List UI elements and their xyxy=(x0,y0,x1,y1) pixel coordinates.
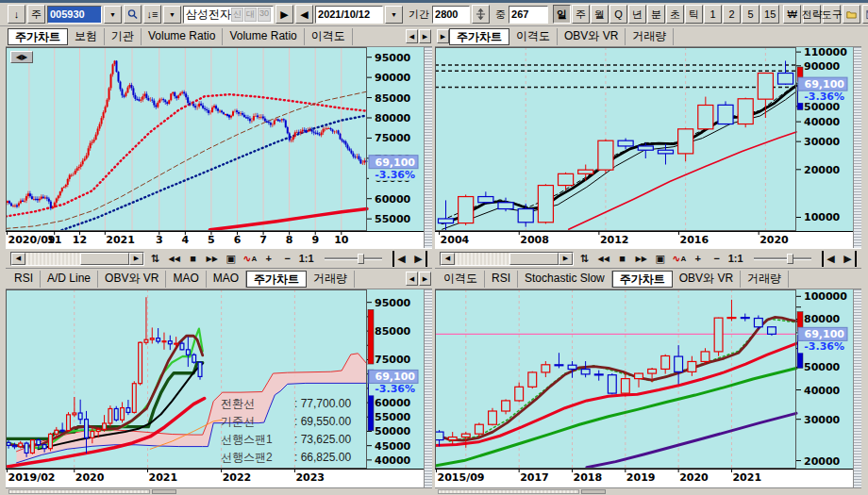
strategy-button[interactable]: 전략 xyxy=(803,5,821,24)
tab-scroll-right-button[interactable]: ▶ xyxy=(437,29,449,43)
open-folder-icon[interactable] xyxy=(843,5,860,24)
tab-이격도[interactable]: 이격도 xyxy=(437,271,485,288)
period-button-일[interactable]: 일 xyxy=(553,5,571,24)
chart-hscrollbar[interactable]: ◀▶ xyxy=(10,252,144,266)
trendline-icon[interactable]: ∿A xyxy=(671,251,687,267)
link-down-button[interactable]: ↓ xyxy=(8,5,25,24)
jump-to-start-button[interactable]: ◀ xyxy=(392,251,409,267)
period-button-Q[interactable]: Q xyxy=(609,5,627,24)
tab-obv와-vr[interactable]: OBV와 VR xyxy=(673,271,741,288)
chart-hscrollbar[interactable]: ◀▶ xyxy=(440,252,574,266)
price-axis-scrollbar[interactable] xyxy=(853,289,861,487)
scrollbar-thumb[interactable] xyxy=(509,253,559,265)
period-button-주[interactable]: 주 xyxy=(572,5,590,24)
period-button-1[interactable]: 1 xyxy=(704,5,722,24)
ratio-1to1-button[interactable]: 1:1 xyxy=(727,251,743,267)
period-button-분[interactable]: 분 xyxy=(647,5,665,24)
daily-price-chart[interactable]: 9500090000850008000075000700006500060000… xyxy=(6,47,424,248)
zoom-in-button[interactable]: + xyxy=(690,251,706,267)
tab-obv와-vr[interactable]: OBV와 VR xyxy=(98,271,166,288)
recent-list-dropdown-arrow[interactable]: ▼ xyxy=(163,6,181,24)
tab-기관[interactable]: 기관 xyxy=(105,28,142,45)
bottom-scrollbar-strip[interactable] xyxy=(435,487,861,495)
zoom-slider[interactable] xyxy=(325,257,382,260)
fast-rewind-button[interactable]: ◀◀ xyxy=(166,251,182,267)
period-button-월[interactable]: 월 xyxy=(591,5,609,24)
zoom-in-button[interactable]: + xyxy=(260,251,276,267)
stop-button[interactable]: ■ xyxy=(614,251,630,267)
yearly-price-chart[interactable]: 1100009000070000500004000030000200001000… xyxy=(435,47,853,248)
tab-volume-ratio[interactable]: Volume Ratio xyxy=(142,28,223,45)
zoom-out-button[interactable]: − xyxy=(709,251,725,267)
pane-collapse-button[interactable]: ◀▶ xyxy=(10,51,33,63)
tab-obv와-vr[interactable]: OBV와 VR xyxy=(558,28,626,45)
tab-mao[interactable]: MAO xyxy=(207,271,246,288)
date-dropdown-arrow[interactable]: ▼ xyxy=(385,6,403,24)
tab-scroll-right-button[interactable]: ▶ xyxy=(419,272,431,286)
price-axis-scrollbar[interactable] xyxy=(424,47,432,248)
bottom-scrollbar-strip[interactable] xyxy=(6,487,432,495)
price-axis-scrollbar[interactable] xyxy=(853,47,861,248)
tab-scroll-left-button[interactable]: ◀ xyxy=(406,29,418,43)
tab-주가차트[interactable]: 주가차트 xyxy=(246,271,307,288)
quarterly-price-chart[interactable]: 10000080000500004000030000200002015/0920… xyxy=(435,289,853,487)
freq-week-button[interactable]: 주 xyxy=(27,5,45,24)
scroll-right-button[interactable]: ▶ xyxy=(559,253,573,265)
tab-rsi[interactable]: RSI xyxy=(485,271,518,288)
ratio-1to1-button[interactable]: 1:1 xyxy=(298,251,314,267)
tools-button[interactable]: 도구 xyxy=(823,5,841,24)
tab-주가차트[interactable]: 주가차트 xyxy=(612,271,673,288)
tab-a/d-line[interactable]: A/D Line xyxy=(41,271,98,288)
tab-이격도[interactable]: 이격도 xyxy=(509,28,558,45)
tab-거래량[interactable]: 거래량 xyxy=(741,271,789,288)
price-axis-scrollbar[interactable] xyxy=(424,289,432,487)
next-stock-button[interactable]: ▶ xyxy=(275,5,293,24)
scroll-right-button[interactable]: ▶ xyxy=(129,253,143,265)
save-layout-icon[interactable] xyxy=(862,5,868,24)
jump-to-end-button[interactable]: ▶ xyxy=(411,251,427,267)
fast-rewind-button[interactable]: ◀◀ xyxy=(595,251,611,267)
jump-to-start-button[interactable]: ◀ xyxy=(822,251,838,267)
recent-list-button[interactable]: ↓≡ xyxy=(143,5,161,24)
date-input[interactable] xyxy=(315,6,383,24)
tab-stochastic-slow[interactable]: Stochastic Slow xyxy=(518,271,612,288)
zoom-slider[interactable] xyxy=(754,257,811,260)
period-button-틱[interactable]: 틱 xyxy=(685,5,703,24)
zoom-out-button[interactable]: − xyxy=(279,251,295,267)
visible-count-input[interactable] xyxy=(509,6,548,24)
period-button-2[interactable]: 2 xyxy=(723,5,741,24)
period-count-input[interactable] xyxy=(432,6,470,24)
tab-volume-ratio[interactable]: Volume Ratio xyxy=(223,28,304,45)
prev-stock-button[interactable]: ◀ xyxy=(295,5,313,24)
tab-scroll-right-button[interactable]: ▶ xyxy=(419,29,431,43)
won-scale-button[interactable]: ₩ xyxy=(783,5,801,24)
scroll-left-button[interactable]: ◀ xyxy=(441,253,455,265)
auto-scale-icon[interactable]: ⇅ xyxy=(147,251,163,267)
period-button-초[interactable]: 초 xyxy=(666,5,684,24)
monthly-ichimoku-chart[interactable]: 9500085000750006000055000500004500040000… xyxy=(6,289,424,487)
period-button-5[interactable]: 5 xyxy=(742,5,760,24)
jump-to-end-button[interactable]: ▶ xyxy=(841,251,857,267)
fast-forward-button[interactable]: ▶▶ xyxy=(204,251,220,267)
auto-scale-icon[interactable]: ⇅ xyxy=(576,251,593,267)
select-range-icon[interactable]: ▣ xyxy=(223,251,239,267)
tab-거래량[interactable]: 거래량 xyxy=(626,28,674,45)
fast-forward-button[interactable]: ▶▶ xyxy=(633,251,649,267)
select-range-icon[interactable]: ▣ xyxy=(652,251,668,267)
code-dropdown-arrow[interactable]: ▼ xyxy=(104,6,122,24)
tab-scroll-left-button[interactable]: ◀ xyxy=(406,272,418,286)
scroll-left-button[interactable]: ◀ xyxy=(11,253,25,265)
trendline-icon[interactable]: ∿A xyxy=(242,251,258,267)
period-button-년[interactable]: 년 xyxy=(628,5,646,24)
tab-mao[interactable]: MAO xyxy=(166,271,206,288)
tab-주가차트[interactable]: 주가차트 xyxy=(8,28,68,45)
tab-이격도[interactable]: 이격도 xyxy=(305,28,353,45)
tab-rsi[interactable]: RSI xyxy=(8,271,41,288)
stop-button[interactable]: ■ xyxy=(185,251,201,267)
tab-거래량[interactable]: 거래량 xyxy=(307,271,355,288)
scrollbar-thumb[interactable] xyxy=(80,253,129,265)
stock-code-input[interactable] xyxy=(47,6,102,24)
move-arrows-icon[interactable] xyxy=(472,5,490,24)
tab-주가차트[interactable]: 주가차트 xyxy=(449,28,509,45)
tab-보험[interactable]: 보험 xyxy=(68,28,105,45)
